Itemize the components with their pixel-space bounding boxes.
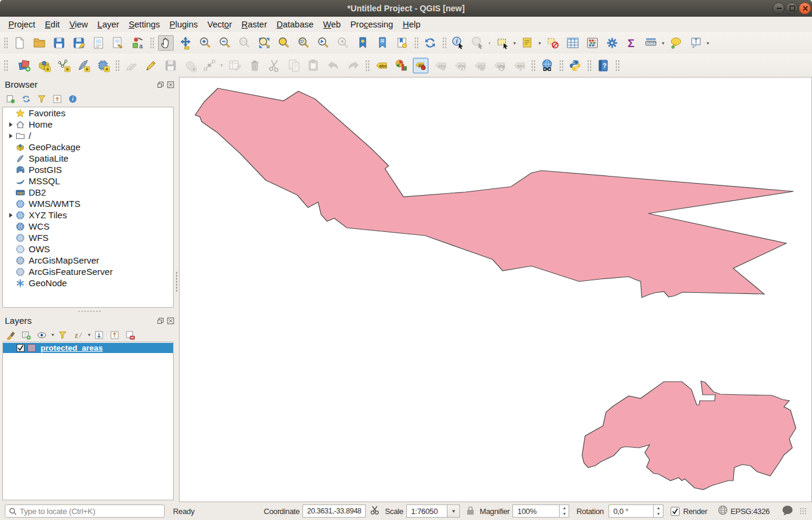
- filter-expression-icon[interactable]: ε: [72, 329, 85, 342]
- toolbar-grip[interactable]: [615, 59, 619, 72]
- label-unpin-icon[interactable]: abc: [433, 58, 448, 73]
- style-manager-icon[interactable]: a: [130, 35, 146, 51]
- select-by-value-icon[interactable]: [520, 35, 536, 51]
- map-tips-icon[interactable]: [669, 35, 684, 51]
- browser-item-arcgisfeatureserver[interactable]: ArcGisFeatureServer: [3, 266, 173, 277]
- filter-expression-dropdown-arrow[interactable]: ▼: [87, 333, 92, 337]
- toolbar-grip[interactable]: [441, 36, 446, 49]
- measure-icon[interactable]: [644, 35, 659, 51]
- cut-features-icon[interactable]: [267, 58, 282, 73]
- locator-search-input[interactable]: Type to locate (Ctrl+K): [5, 504, 165, 518]
- python-console-icon[interactable]: [567, 58, 583, 73]
- label-pin-icon[interactable]: ab: [413, 58, 428, 73]
- toolbar-grip[interactable]: [3, 59, 8, 72]
- text-annotation-icon[interactable]: T: [688, 35, 704, 51]
- collapse-all-icon[interactable]: [108, 329, 121, 342]
- remove-layer-icon[interactable]: [124, 329, 137, 342]
- extents-toggle-icon[interactable]: [369, 505, 380, 518]
- menu-plugins[interactable]: Plugins: [165, 17, 203, 32]
- open-project-icon[interactable]: [32, 35, 47, 51]
- resize-grip[interactable]: [799, 507, 807, 515]
- node-blob-icon[interactable]: [183, 58, 198, 73]
- toolbar-grip[interactable]: [413, 36, 418, 49]
- layers-close-icon[interactable]: [166, 317, 174, 324]
- current-edits-icon[interactable]: [124, 58, 139, 73]
- show-bookmarks-icon[interactable]: [375, 35, 390, 51]
- crs-globe-icon[interactable]: [718, 505, 728, 517]
- label-rotate-icon[interactable]: abc: [492, 58, 507, 73]
- toolbar-grip[interactable]: [586, 59, 591, 72]
- save-project-as-icon[interactable]: [71, 35, 87, 51]
- browser-item-spatialite[interactable]: SpatiaLite: [3, 153, 173, 164]
- browser-item-wcs[interactable]: WCS: [3, 221, 173, 232]
- menu-processing[interactable]: Processing: [345, 17, 398, 32]
- copy-features-icon[interactable]: [286, 58, 302, 73]
- pan-icon[interactable]: [158, 35, 174, 51]
- datasource-manager-icon[interactable]: [17, 58, 32, 73]
- messages-icon[interactable]: [782, 505, 794, 518]
- toolbar-grip[interactable]: [149, 36, 154, 49]
- map-canvas[interactable]: [179, 77, 812, 502]
- minimize-button[interactable]: [773, 2, 785, 14]
- menu-layer[interactable]: Layer: [92, 17, 124, 32]
- close-button[interactable]: [799, 2, 811, 14]
- scale-dropdown-arrow[interactable]: ▼: [447, 505, 459, 517]
- browser-properties-icon[interactable]: i: [66, 92, 79, 106]
- browser-item-mssql[interactable]: MSSQL: [3, 175, 173, 187]
- diagram-icon[interactable]: [393, 58, 409, 73]
- dock-splitter-grip[interactable]: [175, 271, 178, 293]
- expand-all-icon[interactable]: [92, 329, 106, 342]
- new-spatialite-icon[interactable]: [76, 58, 91, 73]
- layer-visibility-checkbox[interactable]: [17, 344, 24, 352]
- paste-features-icon[interactable]: [306, 58, 322, 73]
- maximize-button[interactable]: [786, 2, 798, 14]
- magnifier-spinbox[interactable]: 100% ▲▼: [512, 504, 569, 518]
- menu-settings[interactable]: Settings: [124, 17, 165, 32]
- browser-close-icon[interactable]: [166, 81, 174, 88]
- modify-attributes-icon[interactable]: [227, 58, 243, 73]
- browser-item-postgis[interactable]: PostGIS: [3, 164, 173, 175]
- rotation-spinbox[interactable]: 0,0 ° ▲▼: [609, 504, 663, 518]
- browser-item-geonode[interactable]: GeoNode: [3, 277, 173, 289]
- vertex-tool-icon[interactable]: [202, 58, 218, 73]
- browser-item-ows[interactable]: OWS: [3, 243, 173, 255]
- options-gear-icon[interactable]: [604, 35, 620, 51]
- layer-styling-icon[interactable]: [4, 329, 17, 342]
- toolbar-grip[interactable]: [365, 59, 369, 72]
- expander-icon[interactable]: [6, 212, 16, 218]
- browser-item--[interactable]: /: [3, 130, 173, 141]
- toolbar-grip[interactable]: [115, 59, 119, 72]
- metasearch-icon[interactable]: [539, 58, 555, 73]
- browser-filter-icon[interactable]: [35, 92, 48, 106]
- scale-combobox[interactable]: 1:76050 ▼: [406, 504, 460, 518]
- render-checkbox[interactable]: [671, 507, 680, 516]
- zoom-out-icon[interactable]: [217, 35, 233, 51]
- toolbar-grip[interactable]: [3, 36, 8, 49]
- label-change-icon[interactable]: abc: [511, 58, 527, 73]
- expander-icon[interactable]: [6, 133, 16, 139]
- feature-action-icon[interactable]: [470, 35, 486, 51]
- expander-icon[interactable]: [6, 122, 16, 128]
- coordinate-input[interactable]: 20.3631,-33.8948: [302, 504, 366, 518]
- zoom-to-selection-icon[interactable]: [276, 35, 292, 51]
- layers-float-icon[interactable]: [156, 317, 164, 324]
- select-rect-dropdown-arrow[interactable]: ▼: [512, 41, 517, 45]
- browser-item-wms-wmts[interactable]: WMS/WMTS: [3, 198, 173, 209]
- zoom-native-icon[interactable]: 1:1: [237, 35, 252, 51]
- toolbar-grip[interactable]: [558, 59, 563, 72]
- pan-to-selection-icon[interactable]: [178, 35, 193, 51]
- menu-edit[interactable]: Edit: [40, 17, 64, 32]
- toolbar-grip[interactable]: [530, 59, 535, 72]
- new-project-icon[interactable]: [12, 35, 27, 51]
- browser-add-layer-icon[interactable]: [4, 92, 17, 106]
- new-bookmark-icon[interactable]: [355, 35, 371, 51]
- manage-themes-dropdown-arrow[interactable]: ▼: [50, 333, 55, 337]
- zoom-last-icon[interactable]: [316, 35, 331, 51]
- browser-item-db2[interactable]: DB2DB2: [3, 187, 173, 198]
- filter-legend-icon[interactable]: [56, 329, 69, 342]
- browser-item-favorites[interactable]: Favorites: [3, 107, 173, 119]
- bookmark-extra-icon[interactable]: [394, 35, 410, 51]
- select-by-value-dropdown-arrow[interactable]: ▼: [537, 41, 542, 45]
- menu-project[interactable]: Project: [4, 17, 40, 32]
- refresh-icon[interactable]: [422, 35, 438, 51]
